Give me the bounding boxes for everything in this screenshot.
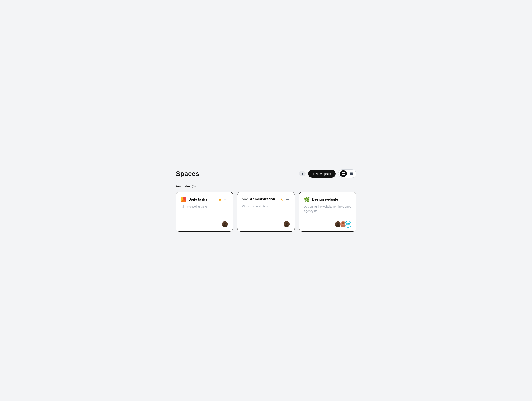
header-actions: 3 + New space — [299, 169, 356, 178]
avatar — [283, 221, 290, 228]
card-actions: ★ ··· — [218, 197, 228, 202]
avatar-group: RM — [335, 221, 351, 228]
card-title-group: 〰️ Administration — [242, 197, 275, 202]
card-header: 🌿 Design website ··· — [304, 197, 351, 202]
card-description: Designing the website for the Genes Agen… — [304, 204, 351, 218]
svg-rect-4 — [350, 172, 353, 173]
svg-rect-0 — [342, 172, 343, 173]
svg-point-12 — [285, 225, 288, 228]
star-icon[interactable]: ★ — [280, 197, 283, 202]
card-actions: ··· — [347, 197, 351, 202]
card-title-group: 🌿 Design website — [304, 197, 338, 202]
view-toggle-group — [338, 169, 356, 178]
avatar-initials-text: RM — [346, 223, 350, 225]
card-title: Daily tasks — [189, 197, 207, 202]
svg-point-19 — [342, 222, 344, 224]
card-emoji-admin: 〰️ — [242, 197, 248, 202]
avatar-group — [283, 221, 290, 228]
card-emoji-daily — [181, 197, 186, 202]
card-footer — [181, 221, 228, 228]
grid-view-button[interactable] — [340, 171, 347, 177]
spaces-count-badge: 3 — [299, 171, 306, 176]
card-footer: RM — [304, 221, 351, 228]
svg-point-14 — [337, 223, 339, 225]
avatar-initials-rm: RM — [345, 221, 351, 228]
card-description: Work administration. — [242, 204, 290, 218]
avatar-group — [222, 221, 228, 228]
favorites-section: Favorites (3) Daily tasks ★ ··· All my o… — [176, 185, 356, 232]
more-options-button[interactable]: ··· — [347, 197, 351, 202]
svg-point-15 — [336, 225, 340, 228]
svg-point-18 — [341, 225, 345, 228]
space-card-daily-tasks[interactable]: Daily tasks ★ ··· All my ongoing tasks. — [176, 192, 233, 232]
main-content: Spaces 3 + New space — [171, 161, 361, 240]
space-card-administration[interactable]: 〰️ Administration ★ ··· Work administrat… — [237, 192, 295, 232]
spaces-grid: Daily tasks ★ ··· All my ongoing tasks. — [176, 192, 356, 232]
svg-rect-5 — [350, 173, 353, 174]
card-actions: ★ ··· — [280, 197, 290, 202]
card-title: Design website — [312, 197, 338, 202]
card-footer — [242, 221, 290, 228]
page-title: Spaces — [176, 170, 199, 178]
svg-point-11 — [285, 223, 288, 225]
new-space-button[interactable]: + New space — [308, 170, 336, 178]
grid-icon — [341, 172, 345, 176]
card-header: Daily tasks ★ ··· — [181, 197, 228, 202]
star-icon[interactable]: ★ — [218, 197, 222, 202]
spaces-header: Spaces 3 + New space — [176, 169, 356, 178]
person-avatar — [222, 221, 228, 228]
card-emoji-plant: 🌿 — [304, 197, 310, 202]
card-title-group: Daily tasks — [181, 197, 207, 202]
space-card-design-website[interactable]: 🌿 Design website ··· Designing the websi… — [299, 192, 356, 232]
card-title: Administration — [250, 197, 275, 201]
svg-point-9 — [223, 225, 227, 228]
card-description: All my ongoing tasks. — [181, 204, 228, 218]
list-view-button[interactable] — [348, 171, 355, 177]
person-avatar — [284, 221, 290, 228]
list-icon — [349, 172, 353, 176]
avatar — [222, 221, 228, 228]
svg-rect-3 — [343, 174, 345, 175]
svg-rect-6 — [350, 174, 353, 175]
svg-rect-2 — [342, 174, 343, 175]
svg-rect-1 — [343, 172, 345, 173]
more-options-button[interactable]: ··· — [285, 197, 290, 202]
svg-point-8 — [224, 223, 226, 225]
more-options-button[interactable]: ··· — [223, 197, 228, 202]
card-header: 〰️ Administration ★ ··· — [242, 197, 290, 202]
favorites-section-title: Favorites (3) — [176, 185, 356, 188]
